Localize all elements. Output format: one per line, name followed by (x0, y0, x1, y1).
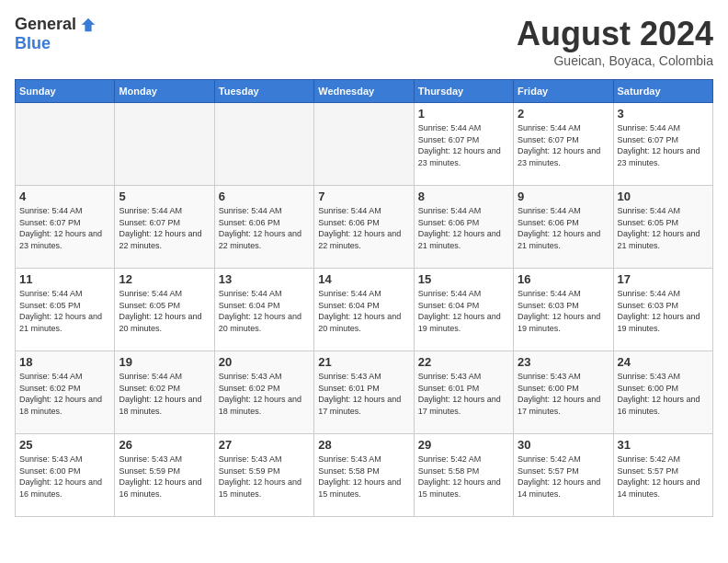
day-number: 30 (518, 438, 609, 452)
calendar-cell: 16Sunrise: 5:44 AMSunset: 6:03 PMDayligh… (514, 269, 613, 351)
day-info: Sunrise: 5:44 AMSunset: 6:03 PMDaylight:… (618, 288, 709, 334)
day-number: 26 (119, 438, 210, 452)
day-number: 19 (119, 355, 210, 369)
day-number: 11 (19, 272, 110, 286)
day-number: 24 (618, 355, 709, 369)
calendar-cell: 19Sunrise: 5:44 AMSunset: 6:02 PMDayligh… (115, 351, 214, 434)
location-subtitle: Gueican, Boyaca, Colombia (517, 53, 713, 68)
day-info: Sunrise: 5:43 AMSunset: 6:00 PMDaylight:… (19, 454, 110, 500)
day-info: Sunrise: 5:44 AMSunset: 6:02 PMDaylight:… (119, 371, 210, 417)
day-info: Sunrise: 5:43 AMSunset: 6:01 PMDaylight:… (318, 371, 409, 417)
col-header-wednesday: Wednesday (314, 80, 414, 103)
calendar-cell: 20Sunrise: 5:43 AMSunset: 6:02 PMDayligh… (214, 351, 313, 434)
calendar-cell (16, 103, 115, 186)
day-info: Sunrise: 5:44 AMSunset: 6:03 PMDaylight:… (518, 288, 609, 334)
day-number: 13 (219, 272, 310, 286)
calendar-cell: 5Sunrise: 5:44 AMSunset: 6:07 PMDaylight… (115, 186, 214, 269)
day-info: Sunrise: 5:43 AMSunset: 6:00 PMDaylight:… (518, 371, 609, 417)
week-row-4: 18Sunrise: 5:44 AMSunset: 6:02 PMDayligh… (16, 351, 713, 434)
day-info: Sunrise: 5:44 AMSunset: 6:05 PMDaylight:… (618, 205, 709, 251)
day-number: 9 (518, 190, 609, 203)
day-number: 8 (418, 190, 509, 203)
calendar-cell: 28Sunrise: 5:43 AMSunset: 5:58 PMDayligh… (314, 434, 414, 517)
day-number: 7 (318, 190, 409, 203)
day-number: 4 (19, 190, 110, 203)
title-block: August 2024 Gueican, Boyaca, Colombia (517, 15, 713, 68)
day-info: Sunrise: 5:44 AMSunset: 6:06 PMDaylight:… (219, 205, 310, 251)
day-number: 15 (418, 272, 509, 286)
calendar-cell: 24Sunrise: 5:43 AMSunset: 6:00 PMDayligh… (613, 351, 712, 434)
day-info: Sunrise: 5:44 AMSunset: 6:06 PMDaylight:… (318, 205, 409, 251)
logo-icon (80, 17, 97, 33)
week-row-3: 11Sunrise: 5:44 AMSunset: 6:05 PMDayligh… (16, 269, 713, 351)
col-header-sunday: Sunday (16, 80, 115, 103)
calendar-cell: 4Sunrise: 5:44 AMSunset: 6:07 PMDaylight… (16, 186, 115, 269)
day-number: 14 (318, 272, 409, 286)
calendar-cell: 15Sunrise: 5:44 AMSunset: 6:04 PMDayligh… (414, 269, 513, 351)
day-number: 5 (119, 190, 210, 203)
day-info: Sunrise: 5:44 AMSunset: 6:04 PMDaylight:… (418, 288, 509, 334)
day-number: 10 (618, 190, 709, 203)
day-info: Sunrise: 5:42 AMSunset: 5:57 PMDaylight:… (518, 454, 609, 500)
col-header-friday: Friday (514, 80, 613, 103)
calendar-cell: 6Sunrise: 5:44 AMSunset: 6:06 PMDaylight… (214, 186, 313, 269)
calendar-cell (214, 103, 313, 186)
day-info: Sunrise: 5:43 AMSunset: 6:02 PMDaylight:… (219, 371, 310, 417)
day-info: Sunrise: 5:43 AMSunset: 6:00 PMDaylight:… (618, 371, 709, 417)
col-header-tuesday: Tuesday (214, 80, 313, 103)
day-number: 28 (318, 438, 409, 452)
day-info: Sunrise: 5:44 AMSunset: 6:07 PMDaylight:… (618, 122, 709, 168)
day-info: Sunrise: 5:42 AMSunset: 5:57 PMDaylight:… (618, 454, 709, 500)
day-number: 21 (318, 355, 409, 369)
day-number: 12 (119, 272, 210, 286)
day-number: 16 (518, 272, 609, 286)
week-row-5: 25Sunrise: 5:43 AMSunset: 6:00 PMDayligh… (16, 434, 713, 517)
day-number: 17 (618, 272, 709, 286)
day-info: Sunrise: 5:44 AMSunset: 6:04 PMDaylight:… (219, 288, 310, 334)
day-number: 22 (418, 355, 509, 369)
day-info: Sunrise: 5:44 AMSunset: 6:02 PMDaylight:… (19, 371, 110, 417)
calendar-cell: 13Sunrise: 5:44 AMSunset: 6:04 PMDayligh… (214, 269, 313, 351)
day-number: 2 (518, 107, 609, 121)
calendar-cell: 1Sunrise: 5:44 AMSunset: 6:07 PMDaylight… (414, 103, 513, 186)
calendar-header-row: SundayMondayTuesdayWednesdayThursdayFrid… (16, 80, 713, 103)
day-number: 3 (618, 107, 709, 121)
calendar-table: SundayMondayTuesdayWednesdayThursdayFrid… (15, 79, 713, 517)
calendar-cell: 2Sunrise: 5:44 AMSunset: 6:07 PMDaylight… (514, 103, 613, 186)
week-row-1: 1Sunrise: 5:44 AMSunset: 6:07 PMDaylight… (16, 103, 713, 186)
calendar-cell: 27Sunrise: 5:43 AMSunset: 5:59 PMDayligh… (214, 434, 313, 517)
day-info: Sunrise: 5:44 AMSunset: 6:04 PMDaylight:… (318, 288, 409, 334)
week-row-2: 4Sunrise: 5:44 AMSunset: 6:07 PMDaylight… (16, 186, 713, 269)
calendar-cell: 29Sunrise: 5:42 AMSunset: 5:58 PMDayligh… (414, 434, 513, 517)
day-number: 18 (19, 355, 110, 369)
calendar-cell: 12Sunrise: 5:44 AMSunset: 6:05 PMDayligh… (115, 269, 214, 351)
page-header: General Blue August 2024 Gueican, Boyaca… (15, 15, 713, 68)
day-number: 20 (219, 355, 310, 369)
day-info: Sunrise: 5:44 AMSunset: 6:07 PMDaylight:… (19, 205, 110, 251)
calendar-cell: 25Sunrise: 5:43 AMSunset: 6:00 PMDayligh… (16, 434, 115, 517)
svg-marker-0 (82, 17, 95, 30)
day-info: Sunrise: 5:43 AMSunset: 5:58 PMDaylight:… (318, 454, 409, 500)
day-info: Sunrise: 5:42 AMSunset: 5:58 PMDaylight:… (418, 454, 509, 500)
day-number: 29 (418, 438, 509, 452)
calendar-cell: 17Sunrise: 5:44 AMSunset: 6:03 PMDayligh… (613, 269, 712, 351)
col-header-saturday: Saturday (613, 80, 712, 103)
day-info: Sunrise: 5:44 AMSunset: 6:06 PMDaylight:… (418, 205, 509, 251)
day-number: 23 (518, 355, 609, 369)
calendar-cell: 30Sunrise: 5:42 AMSunset: 5:57 PMDayligh… (514, 434, 613, 517)
calendar-cell: 14Sunrise: 5:44 AMSunset: 6:04 PMDayligh… (314, 269, 414, 351)
calendar-cell: 23Sunrise: 5:43 AMSunset: 6:00 PMDayligh… (514, 351, 613, 434)
calendar-cell: 8Sunrise: 5:44 AMSunset: 6:06 PMDaylight… (414, 186, 513, 269)
day-number: 25 (19, 438, 110, 452)
calendar-cell: 11Sunrise: 5:44 AMSunset: 6:05 PMDayligh… (16, 269, 115, 351)
logo-general: General (15, 15, 76, 34)
day-info: Sunrise: 5:43 AMSunset: 5:59 PMDaylight:… (219, 454, 310, 500)
calendar-cell (115, 103, 214, 186)
day-info: Sunrise: 5:44 AMSunset: 6:05 PMDaylight:… (119, 288, 210, 334)
day-info: Sunrise: 5:44 AMSunset: 6:06 PMDaylight:… (518, 205, 609, 251)
calendar-cell: 7Sunrise: 5:44 AMSunset: 6:06 PMDaylight… (314, 186, 414, 269)
day-number: 6 (219, 190, 310, 203)
day-number: 27 (219, 438, 310, 452)
calendar-cell: 22Sunrise: 5:43 AMSunset: 6:01 PMDayligh… (414, 351, 513, 434)
day-info: Sunrise: 5:44 AMSunset: 6:07 PMDaylight:… (418, 122, 509, 168)
